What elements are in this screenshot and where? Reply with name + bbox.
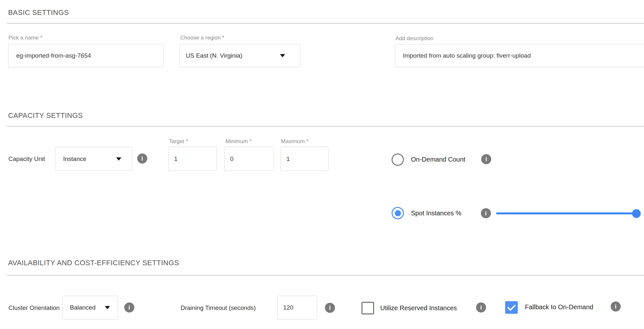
basic-settings-title: BASIC SETTINGS xyxy=(8,9,69,16)
utilize-reserved-instances-label: Utilize Reserved Instances xyxy=(380,305,457,311)
on-demand-count-label: On-Demand Count xyxy=(411,156,465,163)
on-demand-count-radio[interactable] xyxy=(392,153,404,166)
capacity-settings-divider xyxy=(6,126,644,127)
minimum-input[interactable] xyxy=(224,147,274,171)
cluster-orientation-dropdown-value: Balanced xyxy=(70,304,95,311)
on-demand-count-info-icon[interactable]: i xyxy=(481,154,491,164)
spot-instances-radio[interactable] xyxy=(392,207,404,219)
region-dropdown-value: US East (N. Virginia) xyxy=(186,52,242,59)
capacity-unit-dropdown[interactable]: Instance xyxy=(55,147,132,171)
availability-settings-divider xyxy=(6,275,644,276)
radio-dot xyxy=(395,210,401,216)
chevron-down-icon xyxy=(105,306,110,309)
chevron-down-icon xyxy=(280,54,285,57)
elastigroup-creation-form: BASIC SETTINGS Pick a name * Choose a re… xyxy=(0,0,644,329)
capacity-unit-info-icon[interactable]: i xyxy=(137,153,147,164)
spot-percentage-slider-track[interactable] xyxy=(496,212,639,214)
utilize-reserved-instances-checkbox[interactable] xyxy=(361,302,374,314)
cluster-orientation-dropdown[interactable]: Balanced xyxy=(62,296,118,320)
cluster-orientation-info-icon[interactable]: i xyxy=(124,302,134,312)
draining-timeout-info-icon[interactable]: i xyxy=(325,303,335,313)
chevron-down-icon xyxy=(116,157,121,161)
check-icon xyxy=(507,302,516,311)
fallback-on-demand-info-icon[interactable]: i xyxy=(611,301,621,312)
fallback-on-demand-label: Fallback to On-Demand xyxy=(525,304,593,310)
basic-settings-divider xyxy=(6,23,644,24)
spot-instances-label: Spot Instances % xyxy=(411,210,461,216)
draining-timeout-label: Draining Timeout (seconds) xyxy=(181,305,256,311)
fallback-on-demand-checkbox[interactable] xyxy=(505,301,518,314)
maximum-field-label: Maximum * xyxy=(281,139,308,144)
minimum-field-label: Minimum * xyxy=(226,139,251,144)
capacity-unit-dropdown-value: Instance xyxy=(63,155,86,163)
description-field-label: Add description xyxy=(395,36,433,41)
name-field-label: Pick a name * xyxy=(8,35,42,40)
cluster-orientation-label: Cluster Orientation xyxy=(8,305,60,311)
capacity-unit-label: Capacity Unit xyxy=(8,156,45,162)
target-input[interactable] xyxy=(168,147,217,171)
region-dropdown[interactable]: US East (N. Virginia) xyxy=(180,44,300,67)
region-field-label: Choose a region * xyxy=(180,35,224,40)
spot-instances-info-icon[interactable]: i xyxy=(481,208,491,218)
target-field-label: Target * xyxy=(169,139,188,144)
utilize-reserved-instances-info-icon[interactable]: i xyxy=(476,302,486,312)
draining-timeout-input[interactable] xyxy=(277,296,317,320)
availability-settings-title: AVAILABILITY AND COST-EFFICIENCY SETTING… xyxy=(8,259,179,267)
description-input[interactable] xyxy=(395,44,644,67)
maximum-input[interactable] xyxy=(281,147,328,171)
name-input[interactable] xyxy=(8,44,163,67)
capacity-settings-title: CAPACITY SETTINGS xyxy=(8,112,83,119)
spot-percentage-slider-thumb[interactable] xyxy=(632,209,641,218)
